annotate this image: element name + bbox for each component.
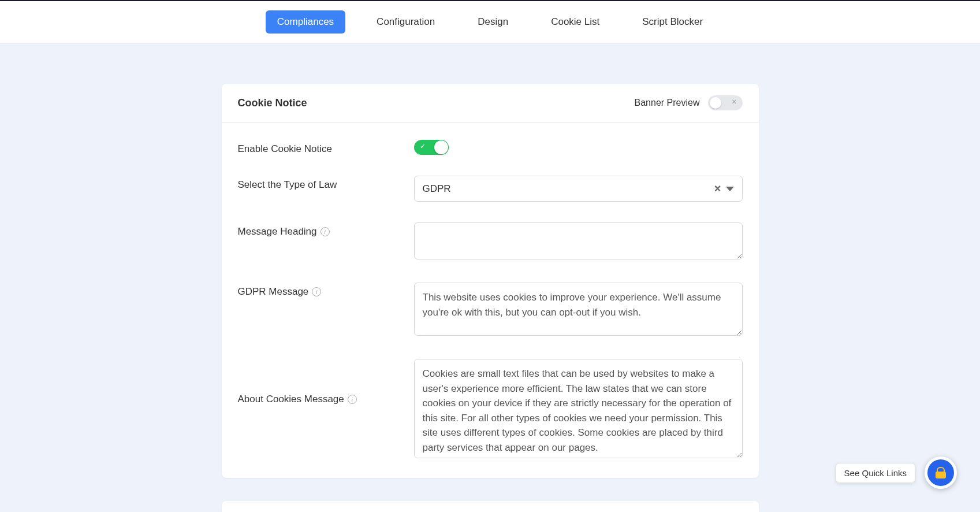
about-control bbox=[414, 359, 743, 461]
law-selected-value: GDPR bbox=[423, 183, 451, 195]
message-heading-label: Message Heading i bbox=[238, 222, 414, 238]
banner-preview-label: Banner Preview bbox=[635, 98, 700, 108]
select-icons: × bbox=[714, 182, 734, 195]
enable-label-text: Enable Cookie Notice bbox=[238, 143, 332, 155]
row-heading: Message Heading i bbox=[238, 222, 743, 262]
quick-links: See Quick Links bbox=[836, 457, 957, 489]
enable-cookie-notice-toggle[interactable] bbox=[414, 140, 449, 155]
tab-design[interactable]: Design bbox=[466, 10, 520, 34]
tab-compliances[interactable]: Compliances bbox=[266, 10, 345, 34]
banner-preview-toggle[interactable] bbox=[708, 95, 743, 110]
row-about: About Cookies Message i bbox=[238, 359, 743, 461]
banner-preview-section: Banner Preview bbox=[635, 95, 743, 110]
heading-control bbox=[414, 222, 743, 262]
row-enable: Enable Cookie Notice bbox=[238, 140, 743, 155]
about-cookies-input[interactable] bbox=[414, 359, 743, 458]
law-control: GDPR × bbox=[414, 176, 743, 202]
enable-cookie-notice-label: Enable Cookie Notice bbox=[238, 140, 414, 155]
heading-label-text: Message Heading bbox=[238, 226, 317, 238]
row-gdpr: GDPR Message i bbox=[238, 283, 743, 338]
info-icon[interactable]: i bbox=[348, 395, 357, 404]
gdpr-message-label: GDPR Message i bbox=[238, 283, 414, 298]
card-header: Cookie Notice Banner Preview bbox=[222, 84, 759, 123]
quick-links-label: See Quick Links bbox=[836, 463, 915, 483]
chevron-down-icon[interactable] bbox=[726, 187, 734, 191]
law-type-label: Select the Type of Law bbox=[238, 176, 414, 191]
info-icon[interactable]: i bbox=[312, 287, 321, 296]
nav-tabs: Compliances Configuration Design Cookie … bbox=[0, 1, 980, 43]
cookie-notice-card: Cookie Notice Banner Preview Enable Cook… bbox=[222, 84, 759, 478]
tab-script-blocker[interactable]: Script Blocker bbox=[631, 10, 714, 34]
about-label-text: About Cookies Message bbox=[238, 394, 344, 405]
message-heading-input[interactable] bbox=[414, 222, 743, 259]
tab-cookie-list[interactable]: Cookie List bbox=[539, 10, 611, 34]
gdpr-message-input[interactable] bbox=[414, 283, 743, 336]
law-type-select[interactable]: GDPR × bbox=[414, 176, 743, 202]
gdpr-label-text: GDPR Message bbox=[238, 286, 309, 298]
about-cookies-label: About Cookies Message i bbox=[238, 359, 414, 405]
clear-icon[interactable]: × bbox=[714, 182, 721, 195]
visitor-conditions-card: Enable Visitor Conditions bbox=[222, 501, 759, 512]
law-label-text: Select the Type of Law bbox=[238, 179, 337, 191]
tab-configuration[interactable]: Configuration bbox=[365, 10, 446, 34]
lock-icon bbox=[936, 467, 946, 478]
card-body: Enable Cookie Notice Select the Type of … bbox=[222, 123, 759, 478]
quick-links-button[interactable] bbox=[925, 457, 957, 489]
card-title: Cookie Notice bbox=[238, 97, 307, 109]
gdpr-control bbox=[414, 283, 743, 338]
visitor-conditions-title: Enable Visitor Conditions bbox=[222, 501, 759, 512]
row-law: Select the Type of Law GDPR × bbox=[238, 176, 743, 202]
enable-control bbox=[414, 140, 743, 155]
info-icon[interactable]: i bbox=[321, 227, 330, 236]
content: Cookie Notice Banner Preview Enable Cook… bbox=[222, 84, 759, 512]
